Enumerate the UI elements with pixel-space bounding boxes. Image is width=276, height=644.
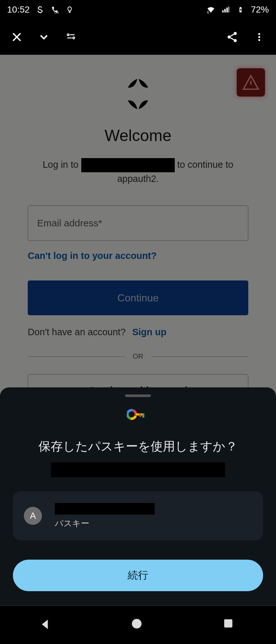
call-on-icon: ON <box>50 5 59 14</box>
sheet-redacted-domain <box>51 462 225 477</box>
svg-rect-17 <box>142 413 144 418</box>
svg-point-9 <box>258 39 260 41</box>
signup-line: Don't have an account? Sign up <box>28 327 248 337</box>
account-redacted <box>55 503 155 515</box>
sheet-continue-button[interactable]: 続行 <box>13 560 263 591</box>
samsung-icon <box>35 5 44 14</box>
no-account-text: Don't have an account? <box>28 327 126 337</box>
recents-button[interactable] <box>222 617 238 633</box>
cant-login-link[interactable]: Can't log in to your account? <box>28 251 248 261</box>
signup-link[interactable]: Sign up <box>132 327 166 337</box>
svg-text:ON: ON <box>54 11 59 14</box>
more-vert-icon[interactable] <box>252 30 266 44</box>
svg-text:6: 6 <box>207 10 209 14</box>
battery-percent: 72% <box>251 5 269 15</box>
svg-point-3 <box>73 37 75 39</box>
svg-rect-20 <box>224 619 232 627</box>
login-suffix: to continue to <box>177 159 233 170</box>
account-subtitle: パスキー <box>55 518 155 529</box>
app-logo <box>8 76 268 112</box>
or-divider: OR <box>28 352 248 361</box>
back-button[interactable] <box>38 617 54 633</box>
signal-icon <box>221 5 230 14</box>
bulb-icon <box>65 5 74 14</box>
wifi-icon: 6 <box>206 5 215 14</box>
login-text-line2: appauth2. <box>8 174 268 184</box>
or-text: OR <box>133 352 143 361</box>
svg-point-5 <box>228 35 231 39</box>
share-icon[interactable] <box>225 30 239 44</box>
sheet-drag-handle[interactable] <box>125 394 151 397</box>
browser-toolbar <box>0 19 276 55</box>
system-nav-bar <box>0 605 276 644</box>
continue-button[interactable]: Continue <box>28 280 248 315</box>
login-prefix: Log in to <box>43 159 78 170</box>
svg-point-4 <box>234 32 237 35</box>
svg-point-19 <box>132 619 142 629</box>
passkey-account-row[interactable]: A パスキー <box>13 491 263 540</box>
svg-point-2 <box>67 34 69 36</box>
svg-point-7 <box>258 33 260 35</box>
close-icon[interactable] <box>10 30 24 44</box>
warning-badge[interactable] <box>237 68 265 97</box>
tune-icon[interactable] <box>64 30 78 44</box>
chevron-down-icon[interactable] <box>37 30 51 44</box>
svg-point-6 <box>234 39 237 42</box>
sheet-title: 保存したパスキーを使用しますか？ <box>13 438 263 455</box>
welcome-heading: Welcome <box>8 126 268 145</box>
redacted-domain <box>81 158 175 172</box>
url-bar[interactable] <box>91 28 212 46</box>
login-text-line1: Log in to to continue to <box>8 158 268 172</box>
home-button[interactable] <box>130 617 146 633</box>
avatar: A <box>24 507 42 525</box>
email-field[interactable] <box>28 205 248 241</box>
status-bar: 10:52 ON 6 72% <box>0 0 276 19</box>
battery-icon <box>236 5 245 14</box>
status-time: 10:52 <box>7 5 30 15</box>
passkey-bottom-sheet: 保存したパスキーを使用しますか？ A パスキー 続行 <box>0 387 276 605</box>
google-passkey-icon <box>13 409 263 420</box>
svg-rect-18 <box>139 413 141 417</box>
svg-point-8 <box>258 36 260 38</box>
